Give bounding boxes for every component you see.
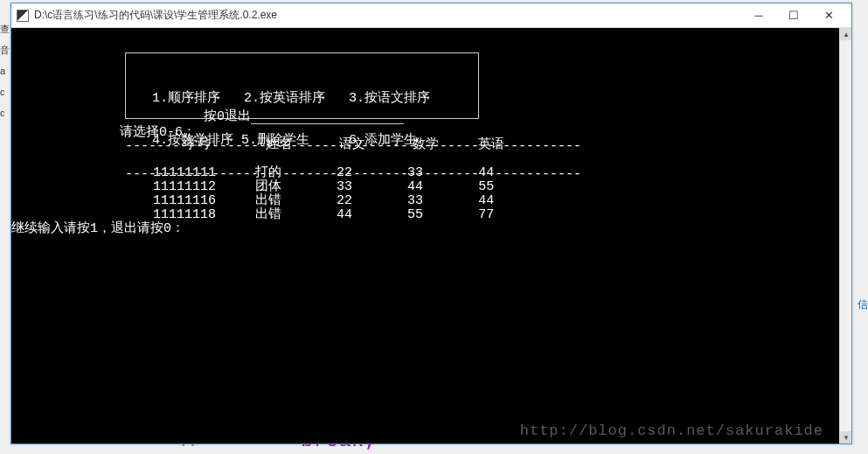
window-controls: ─ ☐ ✕ [741,4,846,27]
app-icon [17,10,29,22]
table-row: 11111116 [153,193,216,208]
prompt-continue: 继续输入请按1，退出请按0： [11,221,184,236]
table-row: 11111112 [153,179,216,194]
vertical-scrollbar[interactable]: ▲ ▼ [839,28,851,444]
titlebar[interactable]: D:\c语言练习\练习的代码\课设\学生管理系统.0.2.exe ─ ☐ ✕ [11,3,851,28]
close-button[interactable]: ✕ [811,4,846,27]
col-id: 学号 [184,137,211,152]
console-body: 1.顺序排序 2.按英语排序 3.按语文排序 4.按数学排序 5.删除学生 6.… [11,28,851,444]
console-output[interactable]: 1.顺序排序 2.按英语排序 3.按语文排序 4.按数学排序 5.删除学生 6.… [11,28,839,444]
table-row: 11111111 [153,165,216,180]
table-row: 11111118 [153,207,216,222]
watermark: http://blog.csdn.net/sakurakide [520,424,823,438]
maximize-button[interactable]: ☐ [776,4,811,27]
scroll-up-icon[interactable]: ▲ [840,28,851,40]
menu-exit: 按0退出 [204,110,404,124]
data-table: 学号 姓名 语文 数学 英语 11111111 打的 22 33 44 1111… [11,138,504,236]
col-math: 数学 [413,137,439,152]
menu-item-3: 3.按语文排序 [349,91,430,106]
window-title: D:\c语言练习\练习的代码\课设\学生管理系统.0.2.exe [34,8,741,23]
minimize-button[interactable]: ─ [741,4,776,27]
page-right-fragment: 信 [858,297,868,312]
scroll-down-icon[interactable]: ▼ [840,431,851,444]
col-chinese: 语文 [339,137,365,152]
menu-item-2: 2.按英语排序 [244,91,325,106]
col-name: 姓名 [266,137,292,152]
menu-item-1: 1.顺序排序 [152,91,220,106]
page-left-fragments: 查 音 a c c [0,22,10,127]
col-english: 英语 [478,137,504,152]
menu-box: 1.顺序排序 2.按英语排序 3.按语文排序 4.按数学排序 5.删除学生 6.… [125,52,479,119]
console-window: D:\c语言练习\练习的代码\课设\学生管理系统.0.2.exe ─ ☐ ✕ 1… [10,3,852,444]
